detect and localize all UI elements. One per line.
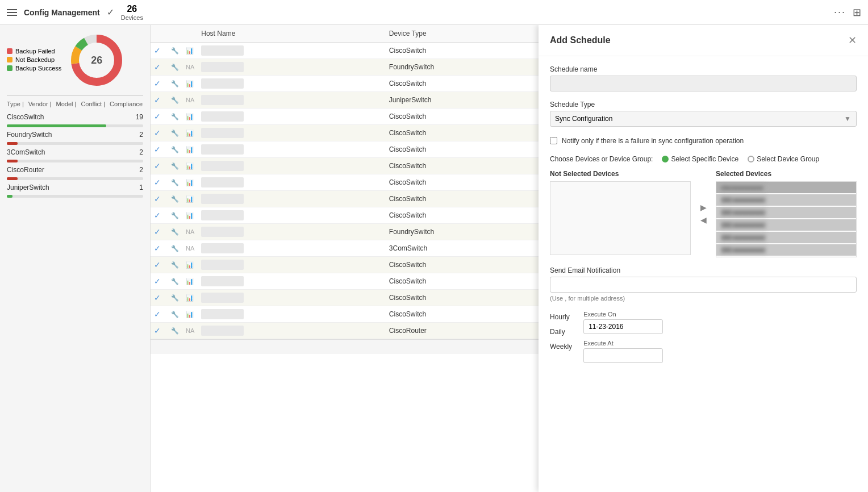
legend-label-failed: Backup Failed: [15, 48, 55, 55]
freq-hourly[interactable]: Hourly: [550, 311, 572, 323]
arrow-right-icon[interactable]: ▶: [700, 203, 707, 212]
selected-device-item[interactable]: 192.xxxxxxxxxx: [716, 219, 856, 231]
col-tool2: [182, 25, 198, 43]
selected-device-item[interactable]: ciscxxxxxxxxxx: [716, 182, 856, 193]
row-tool2: NA: [182, 323, 198, 339]
legend: Backup Failed Not Backedup Backup Succes…: [7, 48, 61, 73]
list-item[interactable]: JuniperSwitch 1: [7, 184, 143, 198]
notify-checkbox-row: Notify only if there is a failure in syn…: [550, 136, 857, 146]
row-tool1: 🔧: [168, 76, 182, 92]
row-hostname: 192.xxx.xxx: [198, 257, 386, 273]
row-hostname: 192.xxx.xxx: [198, 323, 386, 339]
row-check: ✓: [151, 257, 168, 273]
row-tool2: NA: [182, 224, 198, 240]
device-selector-row: Choose Devices or Device Group: Select S…: [550, 155, 857, 163]
row-tool2: 📊: [182, 174, 198, 191]
selected-title: Selected Devices: [716, 170, 857, 178]
chart-area: Backup Failed Not Backedup Backup Succes…: [7, 32, 143, 89]
legend-not-backedup: Not Backedup: [7, 56, 61, 63]
row-check: ✓: [151, 224, 168, 240]
device-selector-label: Choose Devices or Device Group:: [550, 155, 653, 163]
row-tool2: 📊: [182, 125, 198, 141]
filter-conflict[interactable]: Conflict |: [81, 101, 105, 107]
device-columns: Not Selected Devices ▶ ◀ Selected Device…: [550, 170, 857, 257]
execute-at-input[interactable]: [583, 348, 663, 363]
close-button[interactable]: ✕: [848, 34, 857, 47]
row-tool1: 🔧: [168, 92, 182, 109]
freq-daily[interactable]: Daily: [550, 326, 572, 338]
row-tool1: 🔧: [168, 240, 182, 257]
main-layout: Backup Failed Not Backedup Backup Succes…: [0, 25, 868, 492]
not-selected-list: [550, 181, 691, 255]
device-count-display: 26 Devices: [121, 4, 143, 21]
legend-dot-notbackedup: [7, 57, 12, 62]
freq-weekly[interactable]: Weekly: [550, 340, 572, 353]
notify-checkbox[interactable]: [550, 137, 557, 144]
list-item[interactable]: 3ComSwitch 2: [7, 148, 143, 162]
row-check: ✓: [151, 323, 168, 339]
list-item[interactable]: FoundrySwitch 2: [7, 131, 143, 145]
not-selected-title: Not Selected Devices: [550, 170, 691, 178]
execute-on-label: Execute On: [583, 311, 857, 318]
selected-device-item[interactable]: 192.xxxxxxxxxx: [716, 232, 856, 243]
row-tool1: 🔧: [168, 273, 182, 290]
legend-label-notbackedup: Not Backedup: [15, 56, 55, 63]
email-label: Send Email Notification: [550, 266, 857, 274]
row-tool2: 📊: [182, 191, 198, 207]
menu-icon[interactable]: [7, 9, 17, 16]
notify-label: Notify only if there is a failure in syn…: [562, 136, 744, 146]
row-tool1: 🔧: [168, 306, 182, 323]
panel-header: Add Schedule ✕: [539, 25, 868, 56]
row-tool1: 🔧: [168, 43, 182, 59]
table-area: Host Name Device Type Series/Model ✓ 🔧 📊…: [151, 25, 868, 492]
email-hint: (Use , for multiple address): [550, 295, 857, 302]
email-input[interactable]: [550, 277, 857, 293]
schedule-type-select[interactable]: Sync Configuration: [550, 111, 857, 127]
radio-device-group[interactable]: Select Device Group: [748, 155, 819, 163]
row-hostname: 192.xxx.xxx: [198, 273, 386, 290]
col-hostname: Host Name: [198, 25, 386, 43]
row-check: ✓: [151, 43, 168, 59]
row-check: ✓: [151, 125, 168, 141]
radio-specific-device[interactable]: Select Specific Device: [662, 155, 738, 163]
row-tool2: NA: [182, 59, 198, 76]
filter-compliance[interactable]: Compliance: [110, 101, 143, 107]
row-check: ✓: [151, 59, 168, 76]
donut-center-value: 26: [91, 55, 102, 66]
filter-vendor[interactable]: Vendor |: [28, 101, 52, 107]
radio-group-label: Select Device Group: [757, 155, 819, 163]
execute-on-input[interactable]: [583, 319, 663, 334]
row-tool2: 📊: [182, 290, 198, 306]
row-check: ✓: [151, 273, 168, 290]
schedule-name-input[interactable]: [550, 76, 857, 91]
arrow-left-icon[interactable]: ◀: [700, 215, 707, 224]
row-tool2: NA: [182, 240, 198, 257]
selected-device-item[interactable]: 192.xxxxxxxxxx: [716, 207, 856, 218]
more-options-icon[interactable]: ···: [834, 6, 846, 18]
filter-row[interactable]: Type | Vendor | Model | Conflict | Compl…: [7, 95, 143, 107]
list-item[interactable]: CiscoSwitch 19: [7, 113, 143, 127]
schedule-name-label: Schedule name: [550, 65, 857, 73]
selected-col: Selected Devices ciscxxxxxxxxxx192.xxxxx…: [716, 170, 857, 257]
row-tool2: NA: [182, 92, 198, 109]
grid-icon[interactable]: ⊞: [853, 6, 861, 19]
row-check: ✓: [151, 158, 168, 174]
row-tool1: 🔧: [168, 323, 182, 339]
radio-specific-label: Select Specific Device: [671, 155, 738, 163]
email-group: Send Email Notification (Use , for multi…: [550, 266, 857, 302]
list-item[interactable]: CiscoRouter 2: [7, 166, 143, 180]
filter-type[interactable]: Type |: [7, 101, 24, 107]
filter-model[interactable]: Model |: [56, 101, 77, 107]
row-tool2: 📊: [182, 109, 198, 125]
selected-device-item[interactable]: 192.xxxxxxxxxx: [716, 244, 856, 256]
check-icon: ✓: [107, 7, 114, 18]
legend-backup-failed: Backup Failed: [7, 48, 61, 55]
selected-device-item[interactable]: 192.xxxxxxxxxx: [716, 194, 856, 206]
schedule-section: Hourly Daily Weekly Execute On Execute A…: [550, 311, 857, 369]
row-check: ✓: [151, 141, 168, 158]
row-hostname: 192.xxx.xxx: [198, 92, 386, 109]
row-tool1: 🔧: [168, 224, 182, 240]
row-tool2: 📊: [182, 158, 198, 174]
row-hostname: 192.xxx.xxx: [198, 76, 386, 92]
legend-label-success: Backup Success: [15, 65, 61, 72]
